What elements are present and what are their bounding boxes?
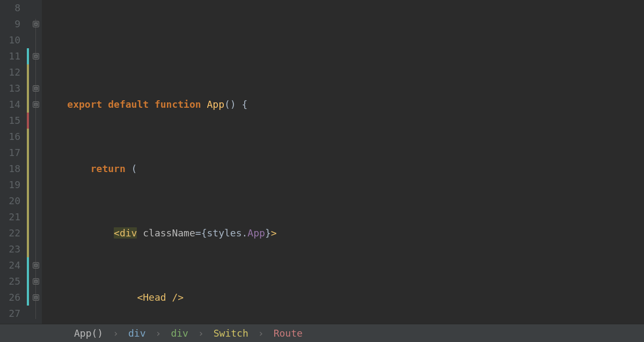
code-line[interactable]	[44, 32, 644, 48]
fold-toggle-icon[interactable]: ⊟	[33, 294, 39, 301]
line-number[interactable]: 19	[0, 177, 20, 193]
code-line[interactable]: return (	[44, 161, 644, 177]
vcs-change-marker[interactable]	[27, 129, 29, 257]
line-number[interactable]: 21	[0, 209, 20, 225]
line-number[interactable]: 8	[0, 0, 20, 16]
chevron-right-icon: ›	[156, 325, 162, 341]
code-editor: 8 9 10 11 12 13 14 15 16 17 18 19 20 21 …	[0, 0, 644, 342]
fold-toggle-icon[interactable]: ⊟	[33, 85, 39, 92]
breadcrumb-bar[interactable]: App() › div › div › Switch › Route	[0, 324, 644, 342]
line-number[interactable]: 20	[0, 193, 20, 209]
line-number[interactable]: 16	[0, 129, 20, 145]
code-area[interactable]: 8 9 10 11 12 13 14 15 16 17 18 19 20 21 …	[0, 0, 644, 324]
line-number-gutter[interactable]: 8 9 10 11 12 13 14 15 16 17 18 19 20 21 …	[0, 0, 26, 324]
vcs-change-marker[interactable]	[27, 64, 29, 113]
line-number[interactable]: 14	[0, 96, 20, 113]
code-content[interactable]: export default function App() { return (…	[42, 0, 644, 324]
line-number[interactable]: 22	[0, 225, 20, 241]
line-number[interactable]: 12	[0, 64, 20, 80]
breadcrumb-item[interactable]: Route	[274, 325, 303, 341]
line-number[interactable]: 18	[0, 161, 20, 177]
chevron-right-icon: ›	[198, 325, 204, 341]
fold-toggle-icon[interactable]: ⊟	[33, 101, 39, 108]
code-line[interactable]: export default function App() {	[44, 96, 644, 113]
fold-toggle-icon[interactable]: ⊟	[33, 53, 39, 60]
vcs-change-marker[interactable]	[27, 257, 29, 306]
chevron-right-icon: ›	[258, 325, 264, 341]
breadcrumb-item[interactable]: App()	[74, 325, 103, 341]
line-number[interactable]: 10	[0, 32, 20, 48]
breadcrumb-item[interactable]: Switch	[214, 325, 248, 341]
fold-toggle-icon[interactable]: ⊟	[33, 262, 39, 269]
line-number[interactable]: 24	[0, 257, 20, 273]
line-number[interactable]: 11	[0, 48, 20, 64]
line-number[interactable]: 27	[0, 306, 20, 322]
breadcrumb-item[interactable]: div	[171, 325, 188, 341]
breadcrumb-item[interactable]: div	[128, 325, 146, 341]
code-line[interactable]: <div className={styles.App}>	[44, 225, 644, 241]
line-number[interactable]: 17	[0, 145, 20, 161]
fold-toggle-icon[interactable]: ⊟	[33, 21, 39, 27]
line-number[interactable]: 13	[0, 80, 20, 96]
vcs-change-marker[interactable]	[27, 48, 29, 64]
chevron-right-icon: ›	[113, 325, 119, 341]
line-number[interactable]: 26	[0, 289, 20, 306]
fold-guide-line	[35, 19, 36, 319]
fold-gutter[interactable]: ⊟⊟⊟⊟⊟⊟⊟	[31, 0, 42, 324]
line-number[interactable]: 23	[0, 241, 20, 257]
line-number[interactable]: 15	[0, 113, 20, 129]
code-line[interactable]: <Head />	[44, 289, 644, 306]
line-number[interactable]: 9	[0, 16, 20, 32]
vcs-change-gutter	[26, 0, 31, 324]
fold-toggle-icon[interactable]: ⊟	[33, 278, 39, 285]
vcs-change-marker[interactable]	[27, 113, 29, 129]
line-number[interactable]: 25	[0, 273, 20, 289]
